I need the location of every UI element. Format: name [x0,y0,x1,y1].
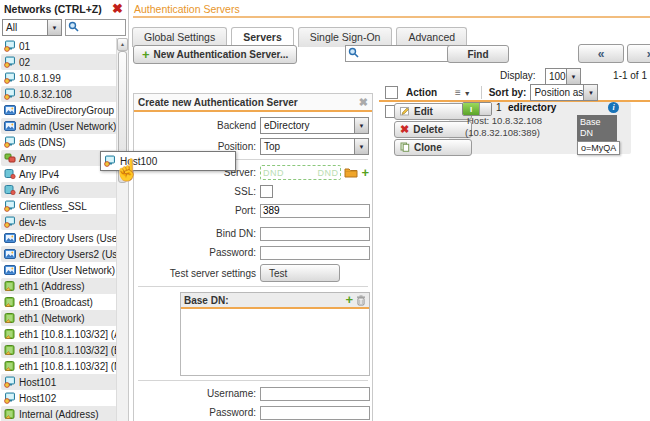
sidebar-item[interactable]: eth1 [10.8.1.103/32] (Addre [1,326,117,342]
tooltip-value: o=MyQA [577,141,620,155]
next-page-button[interactable]: » [627,44,650,63]
sidebar-search-field[interactable] [81,21,125,34]
port-field[interactable] [260,204,370,218]
username-field[interactable] [260,387,370,401]
hand-cursor-icon: ☝ [114,158,140,182]
sidebar-search-input[interactable] [65,19,126,36]
base-dn-list[interactable] [181,309,369,375]
group-icon [4,104,16,116]
find-search-input[interactable] [345,45,455,62]
password2-field[interactable] [260,406,370,420]
sidebar-item-label: 02 [19,57,30,68]
server-dnd-dropzone[interactable]: DND DND [260,165,341,180]
enable-toggle[interactable]: I [462,102,492,116]
list-menu-icon[interactable]: ≡ ▼ [455,87,471,98]
sidebar-item[interactable]: eth1 [10.8.1.103/32] (Netwo [1,358,117,374]
group-icon [4,248,16,260]
item-name: edirectory [508,102,556,113]
base-dn-box: Base DN: + [180,292,370,376]
sort-select[interactable]: Position asc ▼ [530,84,598,101]
host-icon [4,200,16,212]
info-icon[interactable]: i [608,102,619,113]
sidebar-item[interactable]: ActiveDirectoryGroup (User [1,102,117,118]
host-icon [4,40,16,52]
sidebar-item[interactable]: Host101 [1,374,117,390]
sidebar-item[interactable]: eDirectory Users (User Gro [1,230,117,246]
sidebar-item-label: eDirectory Users2 (User Gr [19,249,117,260]
sidebar-item[interactable]: Any IPv6 [1,182,117,198]
sidebar-item[interactable]: eth1 [10.8.1.103/32] (Broad [1,342,117,358]
select-all-checkbox[interactable] [385,86,398,99]
ipv-icon [4,168,16,180]
sidebar-item[interactable]: 10.8.32.108 [1,86,117,102]
ipv-icon [4,184,16,196]
title-divider [133,16,650,18]
delete-button[interactable]: ✖ Delete [394,121,472,138]
password-field[interactable] [260,246,370,260]
trash-icon[interactable] [356,295,366,306]
toggle-knob [479,103,491,115]
bind-dn-label: Bind DN: [134,228,260,239]
sidebar-item-label: 01 [19,41,30,52]
sidebar-item[interactable]: eDirectory Users2 (User Gr [1,246,117,262]
sidebar-item[interactable]: Editor (User Network) [1,262,117,278]
display-count-select[interactable]: 100 ▼ [545,68,581,85]
sidebar-item-label: Any [19,153,36,164]
chevron-down-icon: ▼ [354,139,368,154]
password-label: Password: [134,247,260,258]
search-icon [348,47,359,60]
divider [481,86,482,99]
sidebar-item[interactable]: ads (DNS) [1,134,117,150]
find-button[interactable]: Find [447,45,509,63]
add-base-dn-icon[interactable]: + [345,295,353,305]
sidebar-item[interactable]: eth1 (Network) [1,310,117,326]
sidebar-item[interactable]: 01 [1,38,117,54]
sidebar-item[interactable]: 02 [1,54,117,70]
create-auth-server-panel: Create new Authentication Server ✖ Backe… [133,93,373,421]
edit-button[interactable]: Edit [394,103,472,120]
tab-single-sign-on[interactable]: Single Sign-On [298,27,393,47]
sidebar-item[interactable]: eth1 (Address) [1,278,117,294]
backend-select[interactable]: eDirectory ▼ [260,117,369,134]
ssl-checkbox[interactable] [260,185,273,198]
scroll-up-icon[interactable]: ▲ [117,38,128,51]
host-icon [4,56,16,68]
sidebar-item[interactable]: admin (User Network) [1,118,117,134]
close-icon[interactable]: ✖ [112,4,123,14]
test-server-button[interactable]: Test [260,264,340,282]
sidebar-scrollbar[interactable]: ▲ [116,38,128,421]
sidebar-item[interactable]: 10.8.1.99 [1,70,117,86]
sidebar-item[interactable]: Host102 [1,390,117,406]
add-server-icon[interactable]: + [361,168,369,178]
any-icon [4,152,16,164]
chevron-down-icon: ▼ [354,118,368,133]
network-type-select[interactable]: All ▼ [2,19,62,36]
position-select[interactable]: Top ▼ [260,138,369,155]
group-icon [4,232,16,244]
sidebar-item-label: eth1 (Broadcast) [19,297,93,308]
bind-dn-field[interactable] [260,227,370,241]
sidebar-item[interactable]: Internal (Address) [1,406,117,421]
tab-servers[interactable]: Servers [231,27,294,47]
iface-icon [4,408,16,420]
find-search-field[interactable] [361,47,454,60]
sidebar-item[interactable]: eth1 (Broadcast) [1,294,117,310]
panel-title: Create new Authentication Server [138,97,298,108]
sidebar-item-label: eth1 (Address) [19,281,85,292]
sidebar-item-label: ads (DNS) [19,137,66,148]
new-auth-server-button[interactable]: + New Authentication Server... [133,45,297,64]
tab-global-settings[interactable]: Global Settings [132,27,227,47]
sidebar-item-label: dev-ts [19,217,46,228]
search-icon [68,21,79,34]
base-dn-label: Base DN: [184,295,228,306]
prev-page-button[interactable]: « [578,44,624,63]
group-icon [4,264,16,276]
close-icon[interactable]: ✖ [359,96,368,109]
tab-advanced[interactable]: Advanced [396,27,467,47]
folder-browse-icon[interactable] [344,167,358,178]
sidebar-title: Networks (CTRL+Z) [4,3,102,15]
clone-button[interactable]: Clone [394,139,472,156]
sidebar-item[interactable]: Clientless_SSL [1,198,117,214]
sidebar-item-label: Any IPv4 [19,169,59,180]
sidebar-item[interactable]: dev-ts [1,214,117,230]
